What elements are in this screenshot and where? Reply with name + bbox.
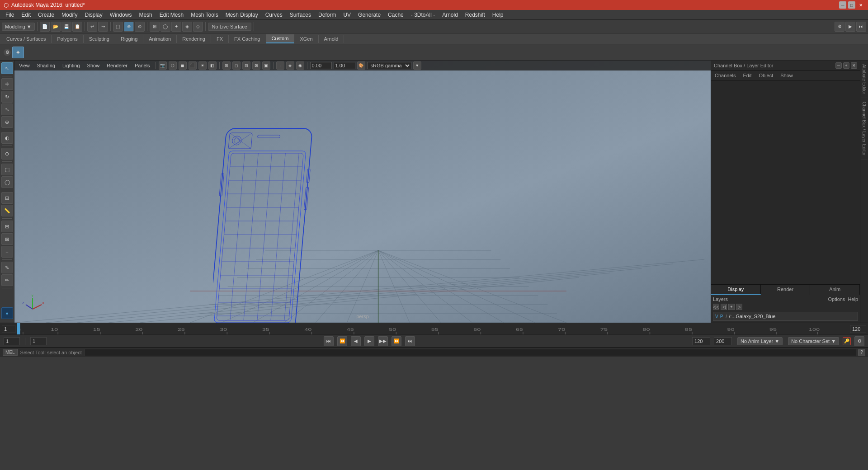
key-frame-input[interactable]: [30, 337, 47, 345]
command-help-btn[interactable]: ?: [858, 349, 865, 356]
grid-tool[interactable]: ⊠: [1, 233, 13, 245]
current-frame-input[interactable]: [4, 337, 20, 345]
minimize-button[interactable]: ─: [839, 1, 846, 9]
layer-name[interactable]: /:...Galaxy_S20_Blue: [729, 314, 775, 319]
paint-tool-btn[interactable]: ⊙: [135, 22, 145, 32]
light-btn[interactable]: ☀: [198, 61, 207, 70]
vp-view-menu[interactable]: View: [16, 63, 33, 68]
vp-show-menu[interactable]: Show: [85, 63, 103, 68]
viewport-value1[interactable]: 0.00: [310, 62, 332, 69]
anim-layer-dropdown[interactable]: No Anim Layer ▼: [737, 337, 783, 345]
lasso-tool-btn[interactable]: ⊕: [124, 22, 134, 32]
lasso-select[interactable]: ⬚: [1, 164, 13, 175]
close-button[interactable]: ✕: [857, 1, 864, 9]
vp-renderer-menu[interactable]: Renderer: [104, 63, 130, 68]
layer-visibility-v[interactable]: V: [715, 314, 718, 319]
safe-action-btn[interactable]: ▣: [262, 61, 270, 70]
select-tool-btn[interactable]: ⬚: [113, 22, 123, 32]
hud-btn[interactable]: ◈: [286, 61, 294, 70]
shelf-tab-custom[interactable]: Custom: [266, 34, 295, 43]
shelf-tab-xgen[interactable]: XGen: [294, 35, 318, 43]
go-to-end-btn[interactable]: ⏭: [405, 336, 415, 346]
shelf-tab-curves[interactable]: Curves / Surfaces: [1, 35, 52, 43]
menu-windows[interactable]: Windows: [106, 10, 136, 19]
shelf-settings-icon[interactable]: ⚙: [4, 49, 11, 56]
menu-arnold[interactable]: Arnold: [439, 10, 462, 19]
channel-box-minimize-btn[interactable]: ─: [835, 62, 842, 69]
undo-btn[interactable]: ↩: [87, 22, 97, 32]
texture-btn[interactable]: ⬛: [189, 61, 197, 70]
paint-select[interactable]: ◯: [1, 176, 13, 188]
viewport[interactable]: View Shading Lighting Show Renderer Pane…: [14, 61, 711, 323]
shelf-tab-rigging[interactable]: Rigging: [115, 35, 143, 43]
shadow-btn[interactable]: ◧: [208, 61, 217, 70]
film-gate-btn[interactable]: ◻: [232, 61, 241, 70]
bottom-tab-anim[interactable]: Anim: [810, 285, 860, 295]
channel-box-close-btn[interactable]: ✕: [851, 62, 857, 69]
auto-key-btn[interactable]: 🔑: [843, 337, 851, 345]
menu-curves[interactable]: Curves: [262, 10, 286, 19]
show-manipulator[interactable]: ⊙: [1, 148, 13, 160]
layers-options[interactable]: Options: [828, 296, 845, 302]
menu-generate[interactable]: Generate: [354, 10, 384, 19]
snap-point-btn[interactable]: ✦: [171, 22, 181, 32]
move-tool[interactable]: ✛: [1, 78, 13, 90]
redo-btn[interactable]: ↪: [98, 22, 108, 32]
exposure-settings-btn[interactable]: ▼: [413, 61, 421, 70]
resolution-gate-btn[interactable]: ⊞: [222, 61, 231, 70]
smooth-shade-btn[interactable]: ◼: [179, 61, 187, 70]
shelf-tab-fx[interactable]: FX: [211, 35, 229, 43]
layers-help[interactable]: Help: [848, 296, 858, 302]
channel-tab-show[interactable]: Show: [778, 72, 795, 79]
timeline-ruler[interactable]: 5 10 15 20 25 30 35 40 45 50 55 60 65 70…: [17, 323, 848, 334]
xray-btn[interactable]: ◉: [296, 61, 304, 70]
field-chart-btn[interactable]: ⊟: [242, 61, 250, 70]
shelf-tab-fxcaching[interactable]: FX Caching: [229, 35, 266, 43]
universal-manipulator[interactable]: ⊕: [1, 116, 13, 128]
step-back-btn[interactable]: ◀: [351, 336, 361, 346]
snap-curve-btn[interactable]: ◯: [160, 22, 170, 32]
menu-help[interactable]: Help: [489, 10, 507, 19]
channel-box-tab[interactable]: Channel Box / Layer Editor: [861, 98, 868, 160]
select-tool[interactable]: ↖: [1, 62, 13, 74]
mel-tag[interactable]: MEL: [3, 349, 18, 356]
gamma-select[interactable]: sRGB gamma: [367, 62, 411, 69]
attribute-editor-tab[interactable]: Attribute Editor: [861, 61, 868, 98]
menu-mesh-display[interactable]: Mesh Display: [222, 10, 262, 19]
scale-tool[interactable]: ⤡: [1, 103, 13, 115]
step-forward-btn[interactable]: ▶▶: [378, 336, 388, 346]
render-btn[interactable]: ▶: [845, 22, 855, 32]
channel-box-expand-btn[interactable]: +: [843, 62, 849, 69]
menu-file[interactable]: File: [2, 10, 18, 19]
save-scene-btn[interactable]: 💾: [61, 22, 71, 32]
menu-mesh-tools[interactable]: Mesh Tools: [187, 10, 222, 19]
channel-tab-edit[interactable]: Edit: [741, 72, 753, 79]
bottom-tab-render[interactable]: Render: [761, 285, 811, 295]
snap-grid-btn[interactable]: ⊞: [150, 22, 160, 32]
measure-tool[interactable]: 📏: [1, 205, 13, 216]
snap-surface-btn[interactable]: ◇: [193, 22, 203, 32]
menu-3dtoall[interactable]: - 3DtoAll -: [407, 10, 439, 19]
align-tool[interactable]: ≡: [1, 246, 13, 258]
channel-tab-channels[interactable]: Channels: [713, 72, 737, 79]
layer-playback-p[interactable]: P: [720, 314, 723, 319]
grid-toggle-btn[interactable]: ⋮: [276, 61, 284, 70]
char-set-dropdown[interactable]: No Character Set ▼: [788, 337, 839, 345]
soft-mod-tool[interactable]: ◐: [1, 132, 13, 144]
timeline-start-input[interactable]: [2, 325, 15, 333]
menu-create[interactable]: Create: [34, 10, 58, 19]
no-live-surface-btn[interactable]: No Live Surface: [208, 23, 251, 31]
channel-tab-object[interactable]: Object: [757, 72, 775, 79]
menu-redshift[interactable]: Redshift: [462, 10, 489, 19]
play-forward-btn[interactable]: ▶: [364, 336, 374, 346]
playback-settings-btn[interactable]: ⚙: [854, 336, 864, 346]
menu-uv[interactable]: UV: [340, 10, 354, 19]
vp-panels-menu[interactable]: Panels: [132, 63, 153, 68]
safe-title-btn[interactable]: ⊠: [252, 61, 260, 70]
menu-deform[interactable]: Deform: [315, 10, 340, 19]
new-scene-btn[interactable]: 📄: [40, 22, 50, 32]
grease-pencil[interactable]: ✏: [1, 274, 13, 286]
open-scene-btn[interactable]: 📂: [51, 22, 61, 32]
command-input[interactable]: [85, 349, 856, 356]
rotate-tool[interactable]: ↻: [1, 91, 13, 103]
